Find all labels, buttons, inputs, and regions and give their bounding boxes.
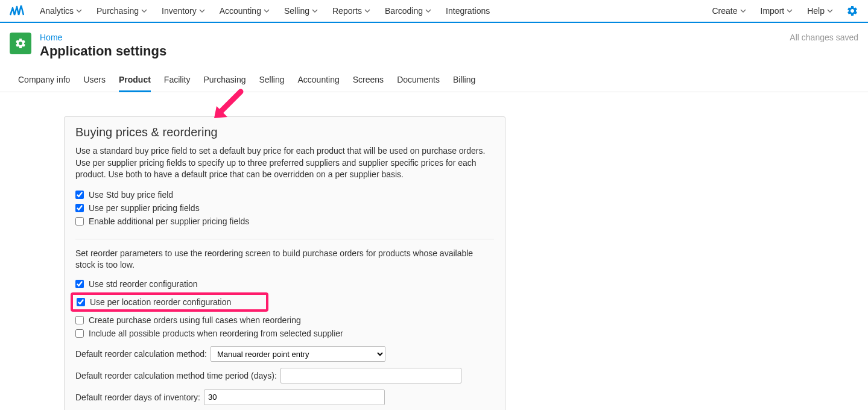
app-logo (10, 5, 24, 16)
check-row: Use per location reorder configuration (75, 291, 494, 314)
tab-product[interactable]: Product (119, 70, 151, 92)
tab-selling[interactable]: Selling (259, 70, 284, 92)
panel-title: Buying prices & reordering (75, 125, 494, 139)
checkbox-label[interactable]: Create purchase orders using full cases … (89, 315, 301, 325)
check-row: Use Std buy price field (75, 188, 494, 201)
checkbox-label[interactable]: Use std reorder configuration (89, 279, 198, 289)
nav-barcoding[interactable]: Barcoding (378, 0, 439, 22)
nav-inventory[interactable]: Inventory (154, 0, 212, 22)
check-row: Use per supplier pricing fields (75, 201, 494, 215)
reorder-period-input[interactable] (280, 368, 461, 383)
nav-import[interactable]: Import (753, 0, 800, 22)
page-title: Application settings (40, 43, 166, 59)
tab-purchasing[interactable]: Purchasing (203, 70, 246, 92)
nav-integrations[interactable]: Integrations (439, 0, 497, 22)
checkbox-label[interactable]: Use per location reorder configuration (90, 297, 231, 307)
tab-accounting[interactable]: Accounting (297, 70, 339, 92)
settings-tabs: Company infoUsersProductFacilityPurchasi… (0, 64, 868, 92)
checkbox-create-purchase-orders-using-full-cases-when-reordering[interactable] (75, 316, 84, 324)
panel-description-2: Set reorder parameters to use the reorde… (75, 239, 494, 271)
tab-billing[interactable]: Billing (453, 70, 475, 92)
breadcrumb-home[interactable]: Home (40, 33, 62, 42)
nav-reports[interactable]: Reports (325, 0, 378, 22)
nav-selling[interactable]: Selling (277, 0, 325, 22)
checkbox-label[interactable]: Include all possible products when reord… (89, 329, 343, 338)
tab-facility[interactable]: Facility (164, 70, 191, 92)
tab-documents[interactable]: Documents (397, 70, 440, 92)
checkbox-enable-additional-per-supplier-pricing-fields[interactable] (75, 217, 84, 226)
check-row: Create purchase orders using full cases … (75, 314, 494, 327)
checkbox-label[interactable]: Use Std buy price field (89, 190, 173, 200)
save-status: All changes saved (790, 33, 858, 42)
check-row: Use std reorder configuration (75, 277, 494, 291)
tab-screens[interactable]: Screens (353, 70, 384, 92)
highlighted-option: Use per location reorder configuration (71, 292, 268, 312)
nav-analytics[interactable]: Analytics (33, 0, 89, 22)
nav-purchasing[interactable]: Purchasing (89, 0, 154, 22)
checkbox-use-per-location-reorder-configuration[interactable] (77, 298, 85, 306)
tab-company-info[interactable]: Company info (18, 70, 70, 92)
reorder-days-label: Default reorder days of inventory: (75, 393, 200, 402)
checkbox-use-std-buy-price-field[interactable] (75, 191, 84, 199)
check-row: Include all possible products when reord… (75, 327, 494, 340)
reorder-method-select[interactable]: Manual reorder point entry (211, 346, 385, 362)
checkbox-use-std-reorder-configuration[interactable] (75, 280, 84, 288)
checkbox-label[interactable]: Use per supplier pricing fields (89, 203, 200, 213)
settings-gear-icon[interactable] (846, 5, 858, 17)
annotation-arrow-icon (209, 88, 246, 124)
checkbox-label[interactable]: Enable additional per supplier pricing f… (89, 216, 249, 226)
top-nav-bar: AnalyticsPurchasingInventoryAccountingSe… (0, 0, 868, 23)
checkbox-use-per-supplier-pricing-fields[interactable] (75, 204, 84, 212)
check-row: Enable additional per supplier pricing f… (75, 215, 494, 228)
settings-page-icon (10, 33, 31, 54)
buying-prices-panel: Buying prices & reordering Use a standar… (64, 116, 505, 410)
nav-create[interactable]: Create (705, 0, 753, 22)
reorder-period-label: Default reorder calculation method time … (75, 371, 277, 380)
panel-description-1: Use a standard buy price field to set a … (75, 145, 494, 181)
reorder-days-input[interactable] (204, 390, 385, 405)
page-header: Home Application settings All changes sa… (0, 23, 868, 59)
reorder-method-label: Default reorder calculation method: (75, 349, 207, 359)
nav-accounting[interactable]: Accounting (212, 0, 277, 22)
nav-help[interactable]: Help (800, 0, 840, 22)
tab-users[interactable]: Users (83, 70, 106, 92)
checkbox-include-all-possible-products-when-reordering-from-selected-supplier[interactable] (75, 329, 84, 338)
